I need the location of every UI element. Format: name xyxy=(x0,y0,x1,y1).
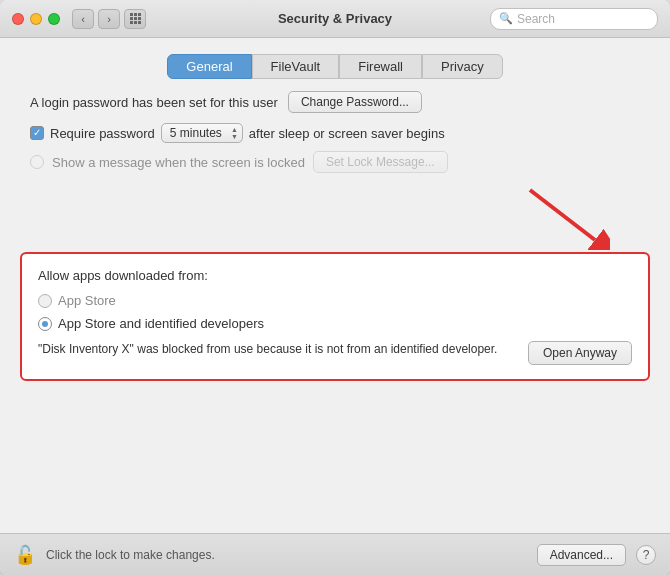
password-timeout-dropdown[interactable]: 5 minutes ▲ ▼ xyxy=(161,123,243,143)
help-icon: ? xyxy=(643,548,650,562)
close-button[interactable] xyxy=(12,13,24,25)
show-message-row: Show a message when the screen is locked… xyxy=(30,151,640,173)
svg-line-1 xyxy=(530,190,595,240)
window: ‹ › Security & Privacy 🔍 Search General … xyxy=(0,0,670,575)
after-sleep-label: after sleep or screen saver begins xyxy=(249,126,445,141)
login-password-row: A login password has been set for this u… xyxy=(30,91,640,113)
password-timeout-value: 5 minutes xyxy=(170,126,222,140)
tab-filevault[interactable]: FileVault xyxy=(252,54,340,79)
show-message-label: Show a message when the screen is locked xyxy=(52,155,305,170)
traffic-lights xyxy=(12,13,60,25)
dropdown-arrows-icon: ▲ ▼ xyxy=(231,126,238,140)
set-lock-button: Set Lock Message... xyxy=(313,151,448,173)
open-anyway-button[interactable]: Open Anyway xyxy=(528,341,632,365)
app-store-identified-radio[interactable] xyxy=(38,317,52,331)
search-placeholder: Search xyxy=(517,12,555,26)
change-password-button[interactable]: Change Password... xyxy=(288,91,422,113)
content-area: General FileVault Firewall Privacy A log… xyxy=(0,38,670,533)
minimize-button[interactable] xyxy=(30,13,42,25)
lock-label: Click the lock to make changes. xyxy=(46,548,527,562)
blocked-app-text: "Disk Inventory X" was blocked from use … xyxy=(38,341,518,358)
maximize-button[interactable] xyxy=(48,13,60,25)
app-store-radio-row: App Store xyxy=(38,293,632,308)
grid-icon xyxy=(130,13,141,24)
forward-button[interactable]: › xyxy=(98,9,120,29)
checkmark-icon: ✓ xyxy=(33,128,41,138)
search-bar[interactable]: 🔍 Search xyxy=(490,8,658,30)
app-store-label: App Store xyxy=(58,293,116,308)
settings-section: A login password has been set for this u… xyxy=(20,91,650,173)
bottom-bar: 🔓 Click the lock to make changes. Advanc… xyxy=(0,533,670,575)
help-button[interactable]: ? xyxy=(636,545,656,565)
tab-general[interactable]: General xyxy=(167,54,251,79)
show-message-checkbox xyxy=(30,155,44,169)
app-store-identified-label: App Store and identified developers xyxy=(58,316,264,331)
app-store-radio[interactable] xyxy=(38,294,52,308)
tabs: General FileVault Firewall Privacy xyxy=(20,54,650,79)
advanced-button[interactable]: Advanced... xyxy=(537,544,626,566)
tab-firewall[interactable]: Firewall xyxy=(339,54,422,79)
tab-privacy[interactable]: Privacy xyxy=(422,54,503,79)
title-bar: ‹ › Security & Privacy 🔍 Search xyxy=(0,0,670,38)
login-password-label: A login password has been set for this u… xyxy=(30,95,278,110)
search-icon: 🔍 xyxy=(499,12,513,25)
app-store-identified-radio-row: App Store and identified developers xyxy=(38,316,632,331)
grid-view-button[interactable] xyxy=(124,9,146,29)
require-password-label: Require password xyxy=(50,126,155,141)
allow-apps-title: Allow apps downloaded from: xyxy=(38,268,632,283)
arrow-icon xyxy=(510,180,610,250)
require-password-row: ✓ Require password 5 minutes ▲ ▼ after s… xyxy=(30,123,640,143)
allow-apps-section: Allow apps downloaded from: App Store Ap… xyxy=(20,252,650,381)
lock-icon[interactable]: 🔓 xyxy=(14,544,36,566)
back-button[interactable]: ‹ xyxy=(72,9,94,29)
nav-buttons: ‹ › xyxy=(72,9,120,29)
window-title: Security & Privacy xyxy=(278,11,392,26)
blocked-app-row: "Disk Inventory X" was blocked from use … xyxy=(38,341,632,365)
arrow-annotation xyxy=(20,180,650,250)
require-password-checkbox[interactable]: ✓ xyxy=(30,126,44,140)
